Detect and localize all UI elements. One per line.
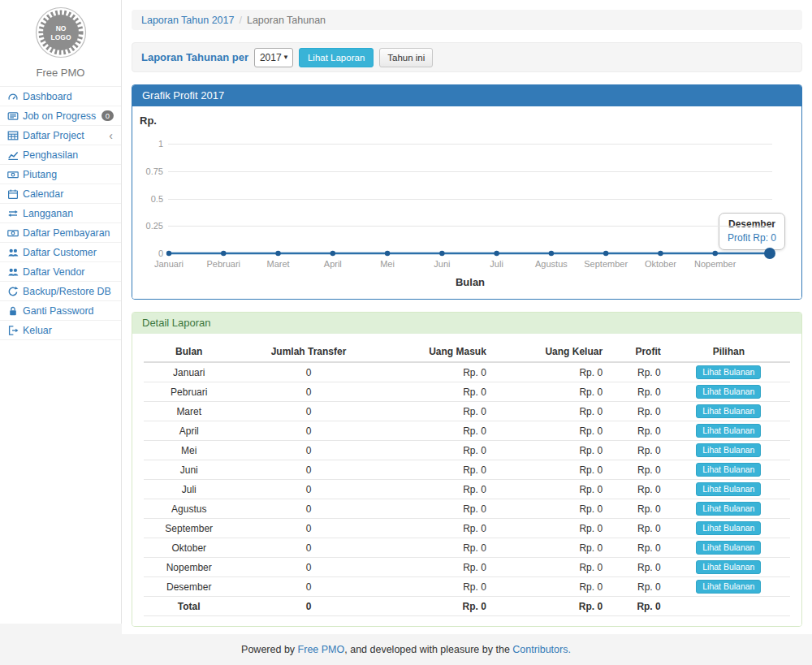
sidebar-item-penghasilan[interactable]: Penghasilan — [0, 145, 121, 164]
sidebar-item-label: Penghasilan — [23, 149, 78, 161]
lihat-bulanan-button[interactable]: Lihat Bulanan — [696, 521, 761, 535]
filter-label: Laporan Tahunan per — [141, 51, 248, 63]
table-row: April0Rp. 0Rp. 0Rp. 0Lihat Bulanan — [144, 421, 790, 441]
table-cell: Rp. 0 — [383, 577, 493, 597]
table-cell: Rp. 0 — [383, 538, 493, 558]
sidebar-menu: DashboardJob on Progress0Daftar Project‹… — [0, 86, 121, 340]
no-logo-seal-icon: NO LOGO — [34, 6, 88, 59]
svg-text:NO: NO — [55, 24, 66, 32]
table-cell-action: Lihat Bulanan — [667, 499, 790, 519]
lihat-bulanan-button[interactable]: Lihat Bulanan — [696, 385, 761, 399]
lihat-bulanan-button[interactable]: Lihat Bulanan — [696, 443, 761, 457]
sidebar-item-daftar-project[interactable]: Daftar Project — [0, 126, 121, 145]
sidebar-item-keluar[interactable]: Keluar — [0, 321, 121, 339]
sidebar-item-label: Ganti Password — [23, 305, 93, 317]
table-cell: Desember — [144, 577, 234, 597]
tasks-icon — [7, 110, 19, 122]
lihat-bulanan-button[interactable]: Lihat Bulanan — [696, 560, 761, 574]
table-cell: 0 — [234, 362, 382, 382]
data-point-juli — [494, 251, 499, 256]
sidebar-item-daftar-pembayaran[interactable]: Daftar Pembayaran — [0, 223, 121, 242]
table-row: Nopember0Rp. 0Rp. 0Rp. 0Lihat Bulanan — [144, 558, 790, 577]
table-cell: Rp. 0 — [493, 519, 609, 538]
table-cell: April — [144, 421, 234, 441]
table-cell: Rp. 0 — [609, 441, 667, 460]
table-cell: Rp. 0 — [609, 362, 667, 382]
total-cell: 0 — [234, 597, 382, 616]
table-row: Maret0Rp. 0Rp. 0Rp. 0Lihat Bulanan — [144, 402, 790, 421]
table-cell: Rp. 0 — [609, 558, 667, 577]
table-cell: Agustus — [144, 499, 234, 519]
table-cell: Rp. 0 — [383, 421, 493, 441]
table-cell: 0 — [234, 402, 382, 421]
lihat-bulanan-button[interactable]: Lihat Bulanan — [696, 482, 761, 496]
sidebar-item-dashboard[interactable]: Dashboard — [0, 87, 121, 106]
dashboard-icon — [7, 91, 19, 102]
table-cell: Rp. 0 — [493, 382, 609, 402]
sidebar-item-langganan[interactable]: Langganan — [0, 204, 121, 222]
table-cell: 0 — [234, 382, 382, 402]
table-cell: Rp. 0 — [493, 538, 609, 558]
sidebar-item-label: Daftar Project — [23, 130, 84, 141]
lihat-bulanan-button[interactable]: Lihat Bulanan — [696, 580, 761, 594]
data-point-oktober — [658, 251, 663, 256]
table-cell: 0 — [234, 499, 382, 519]
lihat-bulanan-button[interactable]: Lihat Bulanan — [696, 463, 761, 477]
retweet-icon — [7, 208, 19, 219]
lihat-bulanan-button[interactable]: Lihat Bulanan — [696, 502, 761, 516]
sidebar-item-calendar[interactable]: Calendar — [0, 184, 121, 203]
table-cell: Rp. 0 — [383, 480, 493, 499]
table-cell-action: Lihat Bulanan — [667, 538, 790, 558]
data-point-nopember — [713, 251, 718, 256]
table-row: Mei0Rp. 0Rp. 0Rp. 0Lihat Bulanan — [144, 441, 790, 460]
table-cell: Rp. 0 — [493, 421, 609, 441]
logo: NO LOGO Free PMO — [0, 0, 121, 79]
table-cell: Oktober — [144, 538, 234, 558]
sidebar-item-daftar-customer[interactable]: Daftar Customer — [0, 243, 121, 261]
table-cell: Rp. 0 — [493, 460, 609, 480]
breadcrumb-separator: / — [239, 15, 241, 26]
sidebar-item-daftar-vendor[interactable]: Daftar Vendor — [0, 262, 121, 281]
table-row: Desember0Rp. 0Rp. 0Rp. 0Lihat Bulanan — [144, 577, 790, 597]
breadcrumb-link-laporan-tahun[interactable]: Laporan Tahun 2017 — [141, 15, 234, 26]
table-cell: Rp. 0 — [493, 362, 609, 382]
table-cell: 0 — [234, 519, 382, 538]
sidebar-item-label: Daftar Vendor — [23, 266, 84, 278]
year-select[interactable]: 2017 ▼ — [254, 48, 293, 67]
table-row: Oktober0Rp. 0Rp. 0Rp. 0Lihat Bulanan — [144, 538, 790, 558]
footer-link-contributors[interactable]: Contributors. — [512, 644, 571, 655]
table-cell: Rp. 0 — [609, 382, 667, 402]
table-cell-action: Lihat Bulanan — [667, 382, 790, 402]
table-cell: Mei — [144, 441, 234, 460]
lihat-bulanan-button[interactable]: Lihat Bulanan — [696, 404, 761, 418]
total-cell-empty — [667, 597, 790, 616]
report-filter-bar: Laporan Tahunan per 2017 ▼ Lihat Laporan… — [132, 42, 802, 72]
column-header-profit: Profit — [609, 342, 667, 362]
table-cell: Maret — [144, 402, 234, 421]
lihat-bulanan-button[interactable]: Lihat Bulanan — [696, 365, 761, 379]
table-cell: 0 — [234, 558, 382, 577]
breadcrumb: Laporan Tahun 2017 / Laporan Tahunan — [132, 10, 802, 30]
table-cell: Rp. 0 — [609, 460, 667, 480]
table-cell-action: Lihat Bulanan — [667, 480, 790, 499]
lihat-bulanan-button[interactable]: Lihat Bulanan — [696, 424, 761, 438]
footer-text-middle: , and developed with pleasure by the — [344, 644, 510, 655]
sidebar-item-piutang[interactable]: Piutang — [0, 165, 121, 184]
sidebar-item-label: Job on Progress — [23, 110, 96, 122]
footer-link-free-pmo[interactable]: Free PMO — [298, 644, 345, 655]
column-header-pilihan: Pilihan — [667, 342, 790, 362]
sidebar-item-ganti-password[interactable]: Ganti Password — [0, 301, 121, 320]
sidebar-item-label: Backup/Restore DB — [23, 286, 111, 297]
lihat-laporan-button[interactable]: Lihat Laporan — [299, 48, 374, 67]
table-cell-action: Lihat Bulanan — [667, 558, 790, 577]
caret-down-icon: ▼ — [283, 54, 289, 61]
table-cell: Rp. 0 — [493, 577, 609, 597]
sidebar-item-label: Langganan — [23, 208, 73, 219]
sidebar-item-backup-restore-db[interactable]: Backup/Restore DB — [0, 282, 121, 300]
tahun-ini-button[interactable]: Tahun ini — [379, 48, 433, 67]
sidebar-item-label: Keluar — [23, 325, 52, 336]
lihat-bulanan-button[interactable]: Lihat Bulanan — [696, 541, 761, 555]
table-cell: Rp. 0 — [493, 499, 609, 519]
table-cell: 0 — [234, 480, 382, 499]
table-cell: Rp. 0 — [493, 480, 609, 499]
